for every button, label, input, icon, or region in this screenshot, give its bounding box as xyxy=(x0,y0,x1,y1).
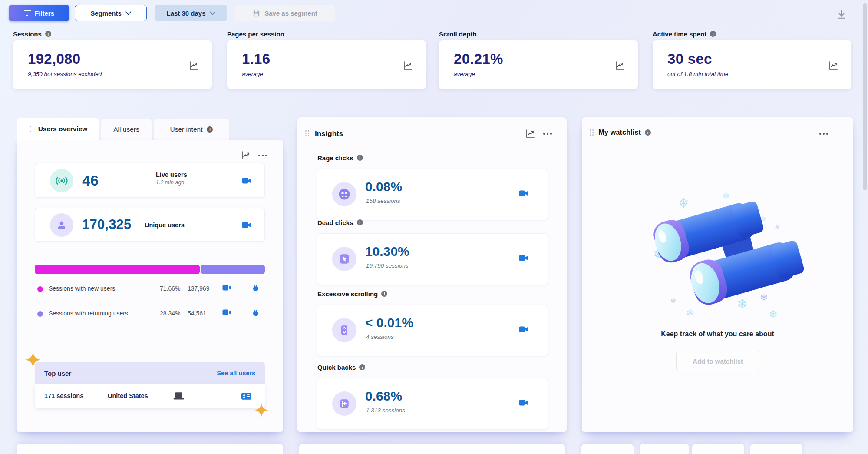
legend-count: 137,969 xyxy=(188,285,210,292)
trend-icon[interactable] xyxy=(828,60,838,71)
legend-label: Sessions with new users xyxy=(49,285,115,292)
binoculars-illustration: ❄ ❄ ❄ ❄ ❄ ❄ ❄ ❄ ❄ ❄ ❄ xyxy=(630,178,804,321)
date-range-label: Last 30 days xyxy=(166,10,205,17)
quick-backs-value: 0.68% xyxy=(365,389,402,404)
legend-row-returning-users: Sessions with returning users 28.34% 54,… xyxy=(35,307,265,320)
heatmap-icon[interactable] xyxy=(252,308,259,317)
legend-percent: 28.34% xyxy=(160,310,180,317)
trend-icon[interactable] xyxy=(525,129,535,139)
add-to-watchlist-button[interactable]: Add to watchlist xyxy=(676,351,759,371)
heatmap-icon[interactable] xyxy=(252,283,259,292)
metric-subtitle: out of 1.8 min total time xyxy=(667,71,838,77)
download-icon[interactable] xyxy=(836,9,847,20)
next-row-tab[interactable] xyxy=(640,444,689,454)
date-range-dropdown[interactable]: Last 30 days xyxy=(155,5,227,21)
filter-icon xyxy=(24,10,31,16)
legend-count: 54,561 xyxy=(188,310,206,317)
excessive-scrolling-tile: < 0.01% 4 sessions xyxy=(317,305,548,356)
drag-handle-icon[interactable] xyxy=(305,130,309,136)
id-card-icon[interactable] xyxy=(241,392,252,401)
info-icon[interactable] xyxy=(357,155,363,161)
more-options-icon[interactable] xyxy=(819,133,828,135)
more-options-icon[interactable] xyxy=(543,133,552,135)
next-row-tab[interactable] xyxy=(750,444,802,454)
rage-clicks-sessions: 158 sessions xyxy=(366,198,400,204)
trend-icon[interactable] xyxy=(614,60,625,71)
video-icon[interactable] xyxy=(242,177,251,184)
info-icon[interactable] xyxy=(645,129,651,136)
video-icon[interactable] xyxy=(519,326,528,333)
video-icon[interactable] xyxy=(222,284,232,291)
segments-dropdown[interactable]: Segments xyxy=(75,5,147,21)
save-icon xyxy=(252,9,261,17)
info-icon[interactable] xyxy=(45,31,51,37)
svg-text:❄: ❄ xyxy=(737,296,748,312)
top-user-location: United States xyxy=(108,392,148,399)
chevron-down-icon xyxy=(125,11,131,15)
metric-label-sessions: Sessions xyxy=(13,30,51,38)
top-user-row[interactable]: 171 sessions United States xyxy=(35,384,265,408)
metric-value: 1.16 xyxy=(242,51,413,67)
next-row-tab[interactable] xyxy=(692,444,744,454)
live-users-tile: 46 Live users 1.2 min ago xyxy=(35,163,265,198)
drag-handle-icon[interactable] xyxy=(30,126,34,132)
trend-icon[interactable] xyxy=(188,60,199,71)
see-all-users-link[interactable]: See all users xyxy=(217,370,255,377)
legend-row-new-users: Sessions with new users 71.66% 137,969 xyxy=(35,282,265,295)
rage-clicks-label: Rage clicks xyxy=(317,153,363,162)
bar-segment-returning xyxy=(201,265,265,274)
svg-text:❄: ❄ xyxy=(686,308,694,318)
tab-label: All users xyxy=(113,126,139,133)
info-icon[interactable] xyxy=(359,364,365,370)
tab-all-users[interactable]: All users xyxy=(101,119,152,140)
top-user-sessions: 171 sessions xyxy=(44,392,83,399)
video-icon[interactable] xyxy=(222,309,232,316)
metric-card-active-time: 30 sec out of 1.8 min total time xyxy=(653,40,851,89)
excessive-scrolling-sessions: 4 sessions xyxy=(366,334,394,340)
more-options-icon[interactable] xyxy=(258,155,267,156)
info-icon[interactable] xyxy=(207,126,213,133)
video-icon[interactable] xyxy=(519,255,528,262)
info-icon[interactable] xyxy=(710,31,716,37)
svg-text:❄: ❄ xyxy=(678,196,689,211)
metric-label-active-time: Active time spent xyxy=(653,30,716,38)
tab-label: Users overview xyxy=(38,125,88,133)
sparkle-icon xyxy=(254,403,268,417)
info-icon[interactable] xyxy=(357,219,363,225)
next-row-tab[interactable] xyxy=(581,444,634,454)
unique-users-value: 170,325 xyxy=(82,217,131,232)
next-row-card xyxy=(17,444,283,454)
save-as-segment-button[interactable]: Save as segment xyxy=(235,5,335,21)
next-row-card xyxy=(299,444,565,454)
tab-user-intent[interactable]: User intent xyxy=(154,119,229,140)
excessive-scrolling-label: Excessive scrolling xyxy=(317,289,387,298)
video-icon[interactable] xyxy=(519,399,528,406)
filters-button-label: Filters xyxy=(35,10,54,17)
rage-clicks-value: 0.08% xyxy=(365,179,402,194)
filters-button[interactable]: Filters xyxy=(9,5,69,21)
svg-text:❄: ❄ xyxy=(769,308,778,321)
chevron-down-icon xyxy=(210,11,215,15)
rage-click-icon xyxy=(332,182,356,206)
vertical-scrollbar[interactable] xyxy=(863,3,867,190)
trend-icon[interactable] xyxy=(241,150,251,161)
dead-clicks-tile: 10.30% 19,790 sessions xyxy=(317,233,548,285)
watchlist-title: My watchlist xyxy=(598,128,641,136)
dead-click-icon xyxy=(332,247,356,271)
tab-users-overview[interactable]: Users overview xyxy=(17,118,99,140)
metric-value: 30 sec xyxy=(667,51,838,67)
legend-dot xyxy=(37,286,43,292)
svg-text:❄: ❄ xyxy=(760,292,768,303)
trend-icon[interactable] xyxy=(403,60,413,71)
quick-back-icon xyxy=(332,391,356,416)
top-user-title: Top user xyxy=(44,370,71,377)
legend-label: Sessions with returning users xyxy=(49,310,128,317)
metric-subtitle: average xyxy=(454,71,625,77)
quick-backs-tile: 0.68% 1,313 sessions xyxy=(317,378,548,430)
video-icon[interactable] xyxy=(242,222,251,229)
drag-handle-icon[interactable] xyxy=(590,129,594,136)
live-users-updated: 1.2 min ago xyxy=(156,179,187,186)
video-icon[interactable] xyxy=(519,190,528,197)
watchlist-message: Keep track of what you care about xyxy=(582,330,853,338)
info-icon[interactable] xyxy=(381,291,387,297)
